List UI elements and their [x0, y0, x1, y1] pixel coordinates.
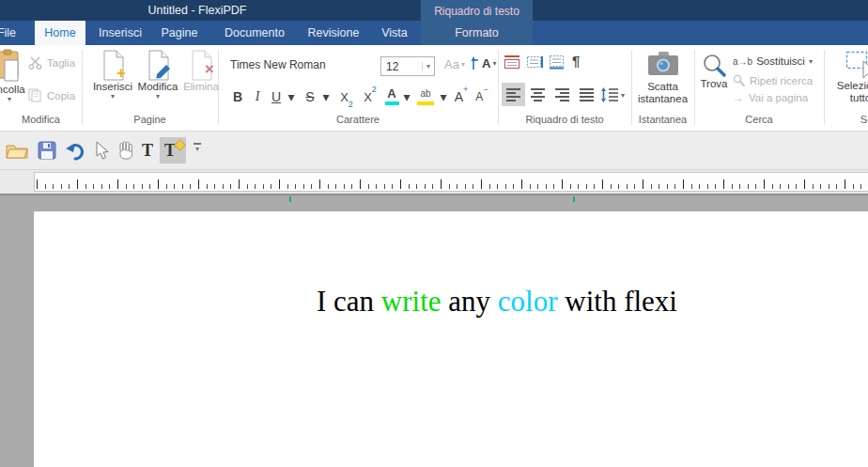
- line-spacing-button[interactable]: ▾: [600, 87, 625, 102]
- textbox-link-button[interactable]: [526, 54, 544, 70]
- textbox-link-icon: [526, 54, 544, 70]
- insert-page-button[interactable]: + Inserisci ▾: [90, 50, 135, 100]
- shrink-minus-icon: −: [483, 85, 488, 94]
- tab-inserisci[interactable]: Inserisci: [94, 21, 147, 45]
- horizontal-ruler[interactable]: [34, 172, 868, 192]
- highlight-button[interactable]: ab: [414, 85, 437, 109]
- group-label-pagine: Pagine: [82, 114, 218, 125]
- tab-revisione[interactable]: Revisione: [303, 21, 364, 45]
- ruler-zone: [0, 170, 868, 194]
- save-button[interactable]: [34, 137, 60, 163]
- doc-text-segment-green[interactable]: write: [381, 285, 442, 318]
- hand-tool-button[interactable]: [113, 137, 139, 163]
- clipboard-paste-icon: [0, 49, 23, 84]
- plus-badge-icon: +: [116, 67, 126, 79]
- align-center-button[interactable]: [526, 83, 550, 106]
- copy-button[interactable]: Copia: [28, 88, 75, 102]
- grow-font-button[interactable]: A +: [451, 85, 472, 109]
- open-button[interactable]: [4, 137, 30, 163]
- goto-page-button[interactable]: → Vai a pagina: [733, 91, 808, 104]
- toolbar-options-button[interactable]: ▾: [192, 143, 203, 152]
- edit-page-button[interactable]: Modifica ▾: [135, 50, 180, 100]
- textbox-fit-icon: [549, 54, 566, 70]
- bold-button[interactable]: B: [228, 85, 247, 109]
- repeat-search-button[interactable]: Ripeti ricerca: [733, 74, 813, 86]
- underline-button[interactable]: U: [268, 85, 285, 109]
- cut-button[interactable]: Taglia: [28, 56, 75, 70]
- align-justify-button[interactable]: [575, 83, 598, 106]
- tab-file[interactable]: File: [0, 21, 21, 45]
- font-color-dropdown-icon[interactable]: ▾: [402, 85, 411, 109]
- direction-arrow-icon: [471, 55, 480, 70]
- change-case-dropdown-icon[interactable]: ▾: [461, 61, 465, 68]
- doc-text-segment[interactable]: I can: [317, 285, 381, 318]
- textbox-overflow-icon: [504, 54, 521, 70]
- font-size-value[interactable]: 12: [381, 60, 398, 73]
- delete-page-button[interactable]: × Elimina: [180, 50, 222, 93]
- grow-plus-icon: +: [463, 85, 468, 94]
- page-pencil-icon: [146, 50, 171, 81]
- subscript-button[interactable]: X 2: [336, 85, 357, 109]
- align-left-button[interactable]: [502, 83, 525, 106]
- undo-icon: [65, 141, 85, 161]
- grow-font-letter: A: [455, 89, 463, 104]
- font-size-combobox[interactable]: 12 ▾: [380, 56, 435, 76]
- doc-text-segment[interactable]: any: [442, 285, 498, 318]
- tab-vista[interactable]: Vista: [376, 21, 413, 45]
- direction-dropdown-icon[interactable]: ▾: [492, 60, 496, 67]
- undo-button[interactable]: [62, 137, 88, 163]
- formatting-marks-button[interactable]: ¶: [572, 53, 580, 69]
- group-label-cerca: Cerca: [694, 114, 824, 125]
- font-size-dropdown-icon[interactable]: ▾: [422, 62, 434, 70]
- shrink-font-button[interactable]: A −: [473, 85, 491, 109]
- font-color-button[interactable]: A: [382, 85, 401, 109]
- tab-documento[interactable]: Documento: [222, 21, 287, 45]
- tab-formato[interactable]: Formato: [421, 21, 533, 45]
- textbox-tool-button[interactable]: T: [160, 137, 186, 163]
- repeat-search-label: Ripeti ricerca: [750, 75, 813, 86]
- align-right-icon: [555, 88, 570, 101]
- text-direction-button[interactable]: A ▾: [471, 55, 496, 70]
- select-tool-button[interactable]: [88, 137, 115, 163]
- snapshot-button[interactable]: Scatta istantanea: [632, 51, 693, 105]
- save-icon: [38, 141, 56, 160]
- align-right-button[interactable]: [550, 83, 574, 106]
- quick-toolbar: T T ▾: [0, 132, 868, 170]
- tab-home[interactable]: Home: [35, 21, 85, 45]
- highlight-dropdown-icon[interactable]: ▾: [439, 85, 448, 109]
- font-color-swatch: [385, 101, 399, 105]
- find-label: Trova: [701, 78, 728, 90]
- pointer-icon: [94, 141, 109, 160]
- doc-text-segment-cyan[interactable]: color: [498, 285, 558, 318]
- highlight-swatch: [417, 101, 434, 105]
- find-button[interactable]: Trova: [697, 53, 731, 90]
- replace-dropdown-icon[interactable]: ▾: [809, 58, 813, 65]
- textbox-overflow-button[interactable]: [504, 54, 521, 70]
- text-tool-button[interactable]: T: [137, 137, 158, 163]
- align-justify-icon: [580, 88, 595, 101]
- doc-text-segment[interactable]: with flexi: [558, 285, 677, 318]
- insert-page-dropdown-icon[interactable]: ▾: [111, 93, 115, 100]
- font-name-box[interactable]: Times New Roman: [230, 58, 326, 71]
- superscript-digit: 2: [372, 85, 377, 94]
- select-all-button[interactable]: Seleziona tutto: [827, 51, 868, 104]
- superscript-x: X: [364, 90, 372, 104]
- select-all-label: Seleziona tutto: [827, 80, 868, 104]
- strikethrough-button[interactable]: S: [302, 85, 318, 109]
- superscript-button[interactable]: X 2: [360, 85, 380, 109]
- replace-icon: a→b: [733, 56, 752, 67]
- tab-pagine[interactable]: Pagine: [156, 21, 203, 45]
- italic-button[interactable]: I: [250, 85, 265, 109]
- cut-label: Taglia: [47, 57, 75, 69]
- hand-icon: [116, 140, 135, 161]
- textbox-fit-button[interactable]: [549, 54, 566, 70]
- line-spacing-dropdown-icon[interactable]: ▾: [621, 92, 625, 99]
- font-color-letter: A: [387, 88, 395, 100]
- underline-dropdown-icon[interactable]: ▾: [287, 85, 296, 109]
- replace-button[interactable]: a→b Sostituisci ▾: [733, 55, 813, 67]
- strikethrough-dropdown-icon[interactable]: ▾: [321, 85, 331, 109]
- document-text-line[interactable]: I can write any color with flexi: [287, 251, 677, 352]
- change-case-button[interactable]: Aa ▾: [444, 57, 465, 71]
- paste-dropdown-icon[interactable]: ▾: [8, 96, 11, 102]
- edit-page-dropdown-icon[interactable]: ▾: [156, 93, 160, 100]
